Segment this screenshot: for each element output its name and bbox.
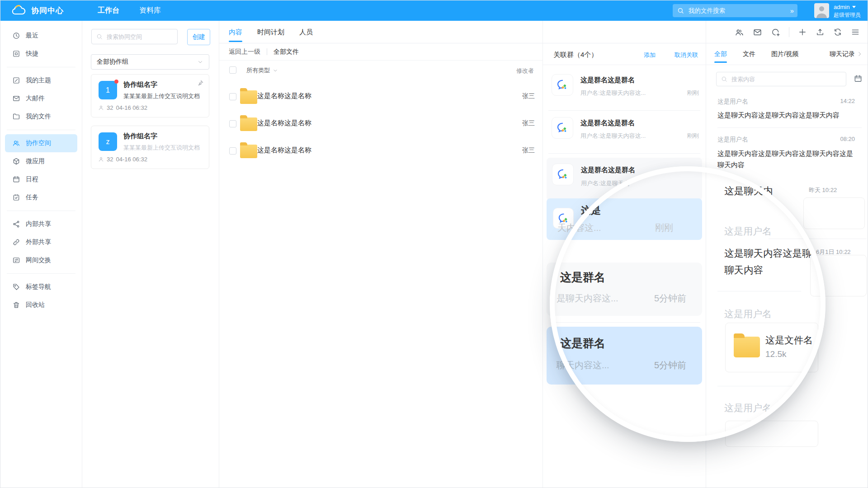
tab-chat-history[interactable]: 聊天记录 [830,43,863,65]
tab-timeline[interactable]: 时间计划 [257,21,284,43]
upload-icon[interactable] [816,28,825,37]
group-filter-select[interactable]: 全部协作组 [91,54,209,70]
file-name[interactable]: 这是名称这是名称 [257,119,311,127]
sidebar-item-my-topics[interactable]: 我的主题 [0,71,82,89]
attachment-placeholder-card [725,421,818,447]
members-icon[interactable] [735,28,744,37]
sidebar-item-micro-apps[interactable]: 微应用 [0,152,82,170]
type-filter-dropdown[interactable]: 所有类型 [246,66,278,75]
toolbar [735,21,860,43]
file-name[interactable]: 这是名称这是名称 [257,92,311,100]
related-group-preview: 用户名:这是聊天内容这... [580,89,662,97]
sidebar-item-label: 最近 [26,32,38,40]
file-row[interactable]: 这是名称这是名称 张三 [219,110,542,137]
global-search-input[interactable] [688,7,787,14]
tab-members[interactable]: 人员 [299,21,313,43]
breadcrumb: 返回上一级 全部文件 [219,43,542,61]
workspace-search[interactable] [91,29,178,44]
sidebar-item-shortcuts[interactable]: 快捷 [0,45,82,63]
workspace-group-card[interactable]: z 协作组名字 某某某最新上传交互说明文档 32 04-16 06:32 [91,126,209,169]
row-checkbox[interactable] [229,120,236,127]
lens-group-card[interactable]: 这是群名 是聊天内容这... 5分钟前 [547,263,702,316]
divider [7,67,75,67]
row-checkbox[interactable] [229,93,236,100]
related-group-item-selected[interactable]: 这是 天内容这... 刚刚 [547,198,702,240]
search-submit-icon[interactable]: » [790,7,793,14]
users-icon [12,139,20,147]
cloud-logo-icon [10,4,27,18]
related-group-item[interactable]: 这是群名这是群名 用户名:这是聊天内容这... 刚刚 [543,117,706,153]
add-group-link[interactable]: 添加 [644,51,656,59]
group-avatar: z [99,132,117,151]
lens-group-name: 这是群名 [560,270,605,285]
message-text[interactable]: 这是聊天内容这是聊天内容这是聊天内容 [717,109,854,121]
global-search[interactable]: » [673,4,797,17]
sidebar-item-network-exchange[interactable]: 网间交换 [0,251,82,269]
sidebar-item-internal-share[interactable]: 内部共享 [0,215,82,233]
tab-content[interactable]: 内容 [229,21,242,43]
chevron-down-icon [273,68,278,73]
main-tabs: 内容 时间计划 人员 [229,21,313,43]
related-group-item[interactable]: 这是群名这是群名 用户名:这是聊天内容这... 刚刚 [543,74,706,110]
user-avatar[interactable] [814,3,829,18]
folder-icon [734,337,760,357]
mail-icon[interactable] [753,28,762,37]
unlink-group-link[interactable]: 取消关联 [675,51,698,59]
modifier-column-header: 修改者 [516,67,534,75]
breadcrumb-current[interactable]: 全部文件 [274,48,299,56]
tab-media[interactable]: 图片/视频 [771,43,798,65]
row-checkbox[interactable] [229,147,236,155]
tab-all[interactable]: 全部 [714,43,727,65]
user-role-label: 超级管理员 [834,11,861,19]
sidebar-item-external-share[interactable]: 外部共享 [0,233,82,251]
workspace-search-input[interactable] [106,33,173,41]
sidebar-item-label: 我的文件 [26,113,51,121]
file-row[interactable]: 这是名称这是名称 张三 [219,83,542,110]
sidebar-item-label: 微应用 [26,157,45,165]
select-all-checkbox[interactable] [229,66,236,74]
sidebar-item-recycle-bin[interactable]: 回收站 [0,296,82,314]
folder-icon [240,90,257,104]
lens-chat-line1: 这是聊天内容这是聊 [724,247,815,260]
create-button[interactable]: 创建 [187,29,210,45]
folder-icon [240,117,257,131]
file-row[interactable]: 这是名称这是名称 张三 [219,137,542,164]
sidebar-item-my-files[interactable]: 我的文件 [0,108,82,126]
user-name-label: admin [834,4,849,10]
tab-files[interactable]: 文件 [743,43,755,65]
pin-icon[interactable] [197,80,204,87]
calendar-filter-icon[interactable] [854,74,863,83]
related-groups-header: 关联群（4个） 添加 取消关联 [543,43,706,65]
sidebar-item-schedule[interactable]: 日程 [0,170,82,188]
nav-workbench[interactable]: 工作台 [98,6,119,15]
chat-search[interactable] [716,72,846,86]
sidebar-item-tasks[interactable]: 任务 [0,188,82,206]
sidebar-item-recent[interactable]: 最近 [0,27,82,45]
sidebar-item-label: 协作空间 [26,139,51,147]
sidebar-item-large-mail[interactable]: 大邮件 [0,89,82,108]
file-name[interactable]: 这是名称这是名称 [257,146,311,155]
divider [553,322,700,323]
list-view-icon[interactable] [851,28,860,37]
nav-library[interactable]: 资料库 [139,6,161,15]
user-menu[interactable]: admin [834,4,856,10]
chat-search-input[interactable] [731,75,841,83]
workspace-group-card[interactable]: 1 协作组名字 某某某最新上传交互说明文档 32 04-16 06:32 [91,74,209,117]
lens-file-card[interactable]: 这是文件名 12.5k [725,323,818,372]
sidebar-item-label: 内部共享 [26,220,51,228]
plus-icon[interactable] [798,28,807,37]
refresh-icon[interactable] [833,28,842,37]
lens-group-card-selected[interactable]: 这是群名 聊天内容这... 5分钟前 [547,327,702,385]
lens-chat-user: 这是用户名 [724,308,772,320]
message-text[interactable]: 这是聊天内容这是聊天内容这是聊天内容这是聊天内容 [717,148,854,170]
edit-icon [12,76,20,84]
back-up-level-button[interactable]: 返回上一级 [229,48,260,56]
divider [717,291,801,291]
sidebar-item-tag-nav[interactable]: 标签导航 [0,278,82,296]
sidebar-item-collab-space[interactable]: 协作空间 [5,134,77,152]
add-to-group-icon[interactable] [771,28,780,37]
member-count: 32 [107,156,113,163]
related-group-time-magnified: 刚刚 [655,222,673,234]
related-group-item-hover[interactable]: 这是群名这是群名 用户名:这是聊天内 [547,158,702,201]
search-icon [677,7,684,14]
